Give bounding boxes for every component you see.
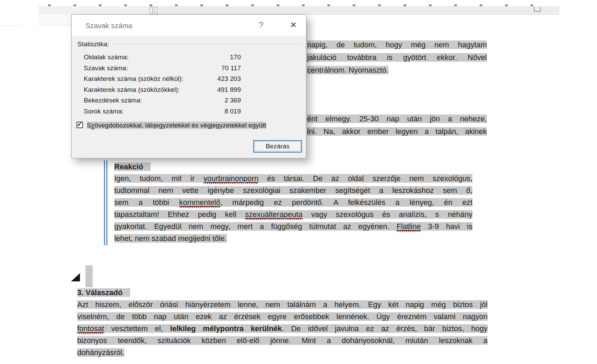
doc-line: lni. Na, akkor ember legyen a talpán, ak… <box>307 125 487 138</box>
word-count-dialog: Szavak száma ? ✕ Statisztika: Oldalak sz… <box>71 14 306 158</box>
selected-empty-paragraph <box>85 265 93 287</box>
indent-marker-icon[interactable] <box>150 7 160 14</box>
doc-line: tudtommal nem vette igénybe szexológiai … <box>114 184 472 196</box>
doc-line: tapasztaltam! Ehhez pedig kell szexuálte… <box>114 208 472 220</box>
stat-value: 491 899 <box>175 84 241 95</box>
doc-line: napig, de tudom, hogy még nem hagytam <box>307 38 487 51</box>
dialog-title: Szavak száma <box>85 22 132 30</box>
doc-line: centrálnom. Nyomasztó. <box>307 64 487 76</box>
doc-line: Azt hiszem, először óriási hiányérzetem … <box>77 299 488 311</box>
doc-line: jakuláció továbbra is gyötört ekkor. Nőv… <box>307 51 487 64</box>
change-bar <box>104 160 105 245</box>
bezaras-button[interactable]: Bezárás <box>253 140 302 153</box>
valaszado-paragraph: Azt hiszem, először óriási hiányérzetem … <box>77 299 488 359</box>
statistics-group-label: Statisztika: <box>78 40 109 48</box>
statistics-rows: Oldalak száma:170Szavak száma:70 117Kara… <box>72 52 306 117</box>
stat-label: Oldalak száma: <box>84 52 129 63</box>
stat-label: Szavak száma: <box>84 63 128 74</box>
stat-row: Oldalak száma:170 <box>72 52 306 63</box>
doc-line: fontosat vesztettem el, lelkileg mélypon… <box>77 323 488 335</box>
clipped-middle-paragraph: ént elmegy. 25-30 nap után jön a neheze,… <box>307 112 487 138</box>
doc-line: gyakorlat. Egyedül nem megy, mert a függ… <box>114 220 472 232</box>
stat-value: 423 203 <box>175 73 241 84</box>
doc-line: sem a többi kommentelő, márpedig ez perd… <box>114 196 472 208</box>
help-icon[interactable]: ? <box>256 20 267 31</box>
stat-row: Bekezdések száma:2 369 <box>72 95 306 106</box>
checkmark-icon: ✓ <box>77 120 82 128</box>
stat-row: Karakterek száma (szóköz nélkül):423 203 <box>72 73 306 84</box>
stat-label: Karakterek száma (szóköz nélkül): <box>84 73 183 84</box>
horizontal-ruler-margin-section <box>38 6 150 14</box>
include-textboxes-label[interactable]: Szövegdobozokkal, lábjegyzetekkel és vég… <box>87 121 266 130</box>
ruler-tick-marks <box>48 4 552 6</box>
include-textboxes-row: ✓ Szövegdobozokkal, lábjegyzetekkel és v… <box>72 121 306 130</box>
close-icon[interactable]: ✕ <box>288 20 299 31</box>
stat-row: Karakterek száma (szóközökkel):491 899 <box>72 84 306 95</box>
stat-row: Sorok száma:8 019 <box>72 106 306 117</box>
stat-value: 70 117 <box>175 63 241 74</box>
doc-line: viselném, de több nap után ezek az érzés… <box>77 311 488 323</box>
change-bar <box>106 160 107 245</box>
clipped-top-paragraph: napig, de tudom, hogy még nem hagytamjak… <box>307 38 487 76</box>
doc-line: Igen, tudom, mit ír yourbrainonporn és t… <box>114 172 472 184</box>
valaszado-heading-text: 3. Válaszadó <box>77 288 130 297</box>
reakcio-heading: Reakció <box>114 161 151 172</box>
stat-label: Sorok száma: <box>84 106 124 117</box>
reakcio-paragraph: Igen, tudom, mit ír yourbrainonporn és t… <box>114 172 472 244</box>
doc-line: bizonyos teendők, szituációk közben elő-… <box>77 335 488 347</box>
doc-line: dohányzásról. <box>77 347 488 359</box>
doc-line: Szövegdobozokkal, lábjegyzetekkel és vég… <box>87 121 266 130</box>
stat-value: 170 <box>175 52 241 63</box>
document-area[interactable]: napig, de tudom, hogy még nem hagytamjak… <box>0 0 597 364</box>
stat-row: Szavak száma:70 117 <box>72 63 306 74</box>
stat-label: Karakterek száma (szóközökkel): <box>84 84 180 95</box>
doc-line: ént elmegy. 25-30 nap után jön a neheze, <box>307 112 487 125</box>
stat-value: 2 369 <box>175 95 241 106</box>
statistics-group: Statisztika: <box>78 40 300 48</box>
include-textboxes-checkbox[interactable]: ✓ <box>77 122 83 128</box>
valaszado-heading: 3. Válaszadó <box>77 287 130 298</box>
doc-line: lehet, nem szabad megijedni tőle. <box>114 232 472 244</box>
reakcio-heading-text: Reakció <box>114 162 151 171</box>
stat-label: Bekezdések száma: <box>84 95 142 106</box>
outline-collapse-triangle-icon[interactable] <box>71 273 80 281</box>
stat-value: 8 019 <box>175 106 241 117</box>
right-indent-marker-icon[interactable] <box>534 7 541 12</box>
group-divider <box>112 44 300 45</box>
page-edge-line <box>0 25 21 26</box>
